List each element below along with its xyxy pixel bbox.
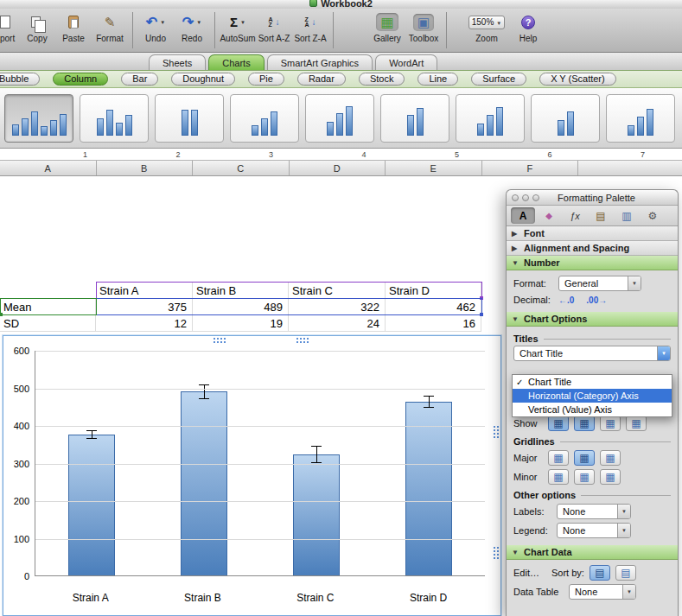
chart-style-thumbnail-stacked-column[interactable] (80, 94, 149, 143)
window-titlebar[interactable]: Workbook2 (0, 0, 682, 9)
chart-style-thumbnail-clustered-column[interactable] (4, 94, 73, 143)
chart-title-select[interactable]: Chart Title (513, 346, 671, 361)
paste-button[interactable]: Paste (55, 11, 92, 43)
palette-titlebar[interactable]: Formatting Palette (507, 190, 678, 206)
plot-area[interactable] (35, 351, 485, 576)
bar-strain-d[interactable] (405, 402, 452, 575)
import-button[interactable]: port (0, 11, 19, 43)
object-palette-icon[interactable] (537, 207, 561, 224)
data-table-select[interactable]: None (569, 584, 636, 600)
tab-sheets[interactable]: Sheets (149, 54, 206, 70)
undo-dropdown-arrow-icon[interactable]: ▼ (160, 20, 165, 25)
help-button[interactable]: ? Help (510, 11, 546, 43)
cell-d3[interactable]: 24 (289, 315, 386, 332)
palette-close-icon[interactable] (512, 194, 519, 201)
labels-select[interactable]: None (557, 504, 631, 519)
cell-c1[interactable]: Strain B (193, 283, 289, 299)
menu-item-chart-title[interactable]: ✓ Chart Title (513, 375, 672, 389)
column-header-f[interactable]: F (482, 161, 579, 175)
major-gridline-option-icon[interactable] (574, 450, 595, 466)
tab-smartart-graphics[interactable]: SmartArt Graphics (267, 54, 373, 70)
gallery-button[interactable]: Gallery (369, 11, 405, 43)
format-button[interactable]: Format (92, 11, 128, 43)
palette-minimize-icon[interactable] (522, 194, 529, 201)
show-option-icon[interactable] (626, 416, 647, 431)
major-gridline-option-icon[interactable] (548, 450, 569, 466)
tab-charts[interactable]: Charts (208, 54, 264, 70)
sort-az-button[interactable]: AZ↓ Sort A-Z (256, 11, 292, 43)
cell-b1[interactable]: Strain A (96, 283, 193, 299)
chart-drag-handle-icon[interactable] (493, 546, 500, 560)
autosum-dropdown-arrow-icon[interactable]: ▼ (240, 20, 245, 25)
show-option-icon[interactable] (600, 416, 621, 431)
chart-type-pie[interactable]: Pie (248, 73, 284, 86)
menu-item-horizontal-category-axis[interactable]: Horizontal (Category) Axis (513, 389, 672, 403)
redo-dropdown-arrow-icon[interactable]: ▼ (196, 20, 201, 25)
column-header-e[interactable]: E (386, 161, 482, 175)
decrease-decimal-icon[interactable]: ←.0 (558, 295, 574, 305)
chart-type-surface[interactable]: Surface (471, 73, 526, 86)
tab-wordart[interactable]: WordArt (375, 54, 437, 70)
sort-by-columns-icon[interactable] (615, 565, 636, 581)
show-option-icon[interactable] (574, 416, 595, 431)
chart-type-xy-scatter[interactable]: X Y (Scatter) (539, 73, 616, 86)
reference-tools-icon[interactable] (589, 207, 613, 224)
autosum-button[interactable]: ▼ AutoSum (220, 11, 256, 43)
formatting-palette[interactable]: Formatting Palette ▶ Font ▶ Alignment an… (506, 189, 679, 616)
zoom-dropdown[interactable]: 150% (468, 16, 506, 29)
chart-type-line[interactable]: Line (417, 73, 458, 86)
chart-type-radar[interactable]: Radar (297, 73, 346, 86)
section-chart-data[interactable]: ▼ Chart Data (507, 545, 678, 560)
cell-e1[interactable]: Strain D (386, 283, 481, 299)
copy-button[interactable]: Copy (19, 11, 55, 43)
column-header-c[interactable]: C (193, 161, 290, 175)
column-header-d[interactable]: D (290, 161, 386, 175)
formula-builder-icon[interactable] (563, 207, 587, 224)
toolbox-button[interactable]: Toolbox (405, 11, 442, 43)
chart-style-thumbnail-hundred-pct-stacked-column[interactable] (155, 94, 224, 143)
cell-c2[interactable]: 489 (193, 299, 289, 315)
sort-by-rows-icon[interactable] (590, 565, 610, 581)
section-number[interactable]: ▼ Number (507, 256, 678, 270)
chart-style-thumbnail-3d-stacked-column[interactable] (305, 94, 374, 143)
bar-strain-c[interactable] (293, 454, 340, 575)
chart-style-thumbnail-3d-hundred-pct-stacked-column[interactable] (380, 94, 449, 143)
redo-button[interactable]: ▼ Redo (174, 11, 210, 43)
chart-style-thumbnail-cylinder-column[interactable] (531, 94, 600, 143)
bar-strain-a[interactable] (68, 435, 115, 575)
chart-style-thumbnail-3d-clustered-column[interactable] (230, 94, 299, 143)
column-chart[interactable]: Strain AStrain BStrain CStrain D 0100200… (3, 335, 501, 616)
show-option-icon[interactable] (548, 416, 569, 431)
cell-a2[interactable]: Mean (0, 299, 96, 315)
chart-style-thumbnail-3d-column[interactable] (456, 94, 525, 143)
menu-item-vertical-value-axis[interactable]: Vertical (Value) Axis (513, 403, 672, 416)
number-format-select[interactable]: General (558, 276, 641, 291)
chart-type-bubble[interactable]: Bubble (0, 73, 40, 86)
cell-d1[interactable]: Strain C (289, 283, 386, 299)
cell-a3[interactable]: SD (0, 315, 96, 332)
minor-gridline-option-icon[interactable] (600, 469, 621, 485)
bar-strain-b[interactable] (181, 391, 227, 575)
formatting-palette-icon[interactable] (511, 207, 535, 224)
major-gridline-option-icon[interactable] (600, 450, 621, 466)
column-header-b[interactable]: B (97, 161, 194, 175)
chart-drag-handle-icon[interactable] (296, 337, 309, 344)
chart-type-stock[interactable]: Stock (359, 73, 405, 86)
compatibility-report-icon[interactable] (641, 207, 665, 224)
minor-gridline-option-icon[interactable] (574, 469, 595, 485)
chart-type-column[interactable]: Column (53, 73, 108, 86)
cell-d2[interactable]: 322 (289, 299, 386, 315)
chart-drag-handle-icon[interactable] (493, 425, 500, 439)
minor-gridline-option-icon[interactable] (548, 469, 569, 485)
chart-type-doughnut[interactable]: Doughnut (171, 73, 235, 86)
cell-e2[interactable]: 462 (386, 299, 481, 315)
chart-style-thumbnail-cone-column[interactable] (606, 94, 675, 143)
chart-type-bar[interactable]: Bar (121, 73, 158, 86)
section-font[interactable]: ▶ Font (507, 226, 678, 241)
undo-button[interactable]: ▼ Undo (137, 11, 174, 43)
cell-e3[interactable]: 16 (386, 315, 481, 332)
cell-c3[interactable]: 19 (193, 315, 289, 332)
section-alignment[interactable]: ▶ Alignment and Spacing (507, 241, 678, 256)
sort-za-button[interactable]: ZA↓ Sort Z-A (292, 11, 328, 43)
edit-button[interactable]: Edit… (513, 568, 539, 578)
